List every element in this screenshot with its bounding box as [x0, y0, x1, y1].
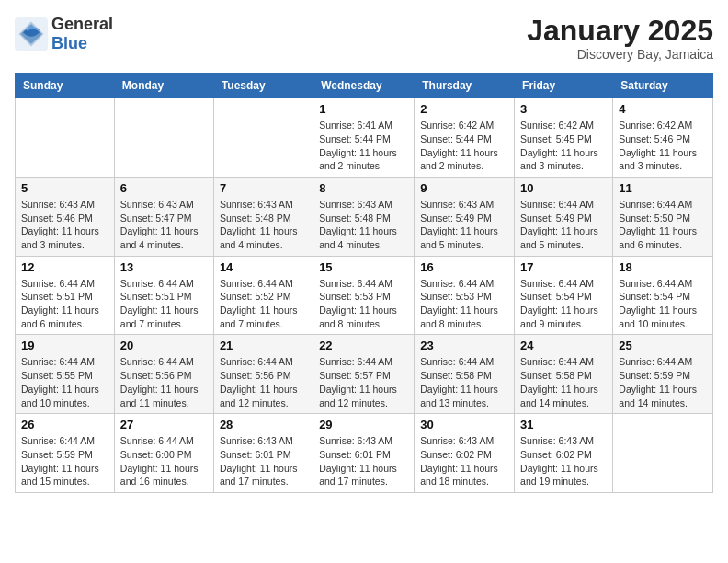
- header-friday: Friday: [515, 74, 613, 98]
- calendar-cell: 1Sunrise: 6:41 AMSunset: 5:44 PMDaylight…: [313, 98, 415, 178]
- day-number: 20: [120, 339, 208, 352]
- calendar-cell: 27Sunrise: 6:44 AMSunset: 6:00 PMDayligh…: [114, 414, 213, 493]
- day-info: Sunrise: 6:43 AMSunset: 5:48 PMDaylight:…: [220, 198, 307, 252]
- day-number: 3: [520, 102, 607, 116]
- calendar-cell: [613, 414, 713, 493]
- day-number: 25: [619, 339, 707, 352]
- calendar-cell: 18Sunrise: 6:44 AMSunset: 5:54 PMDayligh…: [613, 256, 713, 335]
- calendar-cell: 21Sunrise: 6:44 AMSunset: 5:56 PMDayligh…: [213, 335, 313, 414]
- day-info: Sunrise: 6:44 AMSunset: 5:59 PMDaylight:…: [21, 434, 108, 488]
- day-number: 17: [520, 260, 607, 274]
- day-number: 11: [619, 181, 707, 195]
- calendar-cell: 23Sunrise: 6:44 AMSunset: 5:58 PMDayligh…: [415, 335, 515, 414]
- day-number: 12: [21, 260, 108, 274]
- calendar-cell: 30Sunrise: 6:43 AMSunset: 6:02 PMDayligh…: [415, 414, 515, 493]
- calendar-cell: 12Sunrise: 6:44 AMSunset: 5:51 PMDayligh…: [16, 256, 115, 335]
- day-info: Sunrise: 6:43 AMSunset: 6:01 PMDaylight:…: [220, 434, 307, 488]
- day-info: Sunrise: 6:44 AMSunset: 5:55 PMDaylight:…: [21, 355, 108, 409]
- day-info: Sunrise: 6:44 AMSunset: 5:51 PMDaylight:…: [21, 277, 108, 331]
- calendar-cell: 29Sunrise: 6:43 AMSunset: 6:01 PMDayligh…: [313, 414, 415, 493]
- calendar-cell: 20Sunrise: 6:44 AMSunset: 5:56 PMDayligh…: [114, 335, 213, 414]
- day-info: Sunrise: 6:42 AMSunset: 5:44 PMDaylight:…: [420, 119, 508, 173]
- day-number: 1: [319, 102, 408, 116]
- day-info: Sunrise: 6:42 AMSunset: 5:45 PMDaylight:…: [520, 119, 607, 173]
- header-monday: Monday: [114, 74, 213, 98]
- calendar-cell: 3Sunrise: 6:42 AMSunset: 5:45 PMDaylight…: [515, 98, 613, 178]
- calendar-cell: 19Sunrise: 6:44 AMSunset: 5:55 PMDayligh…: [16, 335, 115, 414]
- page-header: General Blue January 2025 Discovery Bay,…: [15, 15, 713, 62]
- month-title: January 2025: [527, 15, 713, 47]
- calendar-week-3: 12Sunrise: 6:44 AMSunset: 5:51 PMDayligh…: [16, 256, 713, 335]
- calendar-cell: 26Sunrise: 6:44 AMSunset: 5:59 PMDayligh…: [16, 414, 115, 493]
- day-number: 26: [21, 418, 108, 431]
- day-info: Sunrise: 6:44 AMSunset: 5:59 PMDaylight:…: [619, 355, 707, 409]
- calendar-cell: 8Sunrise: 6:43 AMSunset: 5:48 PMDaylight…: [313, 177, 415, 256]
- day-number: 30: [420, 418, 508, 431]
- header-saturday: Saturday: [613, 74, 713, 98]
- calendar-week-1: 1Sunrise: 6:41 AMSunset: 5:44 PMDaylight…: [16, 98, 713, 178]
- calendar-cell: 5Sunrise: 6:43 AMSunset: 5:46 PMDaylight…: [16, 177, 115, 256]
- calendar-cell: 9Sunrise: 6:43 AMSunset: 5:49 PMDaylight…: [415, 177, 515, 256]
- header-wednesday: Wednesday: [313, 74, 415, 98]
- day-info: Sunrise: 6:44 AMSunset: 5:51 PMDaylight:…: [120, 277, 208, 331]
- logo-blue: Blue: [51, 34, 87, 52]
- day-number: 21: [220, 339, 307, 352]
- calendar-cell: 25Sunrise: 6:44 AMSunset: 5:59 PMDayligh…: [613, 335, 713, 414]
- day-number: 6: [120, 181, 208, 195]
- calendar-week-4: 19Sunrise: 6:44 AMSunset: 5:55 PMDayligh…: [16, 335, 713, 414]
- calendar-cell: 14Sunrise: 6:44 AMSunset: 5:52 PMDayligh…: [213, 256, 313, 335]
- day-number: 19: [21, 339, 108, 352]
- calendar-cell: 13Sunrise: 6:44 AMSunset: 5:51 PMDayligh…: [114, 256, 213, 335]
- calendar-cell: 6Sunrise: 6:43 AMSunset: 5:47 PMDaylight…: [114, 177, 213, 256]
- day-info: Sunrise: 6:43 AMSunset: 5:46 PMDaylight:…: [21, 198, 108, 252]
- day-info: Sunrise: 6:44 AMSunset: 5:54 PMDaylight:…: [619, 277, 707, 331]
- title-block: January 2025 Discovery Bay, Jamaica: [527, 15, 713, 62]
- calendar-cell: 24Sunrise: 6:44 AMSunset: 5:58 PMDayligh…: [515, 335, 613, 414]
- calendar-cell: 15Sunrise: 6:44 AMSunset: 5:53 PMDayligh…: [313, 256, 415, 335]
- day-info: Sunrise: 6:44 AMSunset: 5:56 PMDaylight:…: [220, 355, 307, 409]
- calendar-cell: 11Sunrise: 6:44 AMSunset: 5:50 PMDayligh…: [613, 177, 713, 256]
- logo: General Blue: [15, 15, 113, 53]
- day-info: Sunrise: 6:43 AMSunset: 6:02 PMDaylight:…: [420, 434, 508, 488]
- location-title: Discovery Bay, Jamaica: [527, 47, 713, 62]
- day-info: Sunrise: 6:44 AMSunset: 6:00 PMDaylight:…: [120, 434, 208, 488]
- calendar-cell: [16, 98, 115, 178]
- calendar-cell: 17Sunrise: 6:44 AMSunset: 5:54 PMDayligh…: [515, 256, 613, 335]
- day-info: Sunrise: 6:42 AMSunset: 5:46 PMDaylight:…: [619, 119, 707, 173]
- day-number: 10: [520, 181, 607, 195]
- day-info: Sunrise: 6:43 AMSunset: 6:02 PMDaylight:…: [520, 434, 607, 488]
- calendar-table: Sunday Monday Tuesday Wednesday Thursday…: [15, 73, 713, 493]
- calendar-cell: 28Sunrise: 6:43 AMSunset: 6:01 PMDayligh…: [213, 414, 313, 493]
- day-info: Sunrise: 6:44 AMSunset: 5:53 PMDaylight:…: [319, 277, 408, 331]
- calendar-cell: [114, 98, 213, 178]
- day-info: Sunrise: 6:41 AMSunset: 5:44 PMDaylight:…: [319, 119, 408, 173]
- day-number: 28: [220, 418, 307, 431]
- calendar-week-2: 5Sunrise: 6:43 AMSunset: 5:46 PMDaylight…: [16, 177, 713, 256]
- day-info: Sunrise: 6:44 AMSunset: 5:56 PMDaylight:…: [120, 355, 208, 409]
- day-info: Sunrise: 6:43 AMSunset: 5:48 PMDaylight:…: [319, 198, 408, 252]
- header-sunday: Sunday: [16, 74, 115, 98]
- day-info: Sunrise: 6:44 AMSunset: 5:58 PMDaylight:…: [420, 355, 508, 409]
- day-number: 2: [420, 102, 508, 116]
- calendar-cell: 16Sunrise: 6:44 AMSunset: 5:53 PMDayligh…: [415, 256, 515, 335]
- calendar-header-row: Sunday Monday Tuesday Wednesday Thursday…: [16, 74, 713, 98]
- day-info: Sunrise: 6:44 AMSunset: 5:53 PMDaylight:…: [420, 277, 508, 331]
- calendar-cell: 2Sunrise: 6:42 AMSunset: 5:44 PMDaylight…: [415, 98, 515, 178]
- logo-general: General: [51, 15, 113, 33]
- calendar-cell: 7Sunrise: 6:43 AMSunset: 5:48 PMDaylight…: [213, 177, 313, 256]
- day-number: 14: [220, 260, 307, 274]
- calendar-cell: 4Sunrise: 6:42 AMSunset: 5:46 PMDaylight…: [613, 98, 713, 178]
- calendar-cell: 10Sunrise: 6:44 AMSunset: 5:49 PMDayligh…: [515, 177, 613, 256]
- header-thursday: Thursday: [415, 74, 515, 98]
- day-number: 18: [619, 260, 707, 274]
- day-number: 31: [520, 418, 607, 431]
- day-number: 16: [420, 260, 508, 274]
- day-number: 4: [619, 102, 707, 116]
- day-number: 23: [420, 339, 508, 352]
- day-number: 9: [420, 181, 508, 195]
- day-info: Sunrise: 6:43 AMSunset: 5:47 PMDaylight:…: [120, 198, 208, 252]
- day-number: 27: [120, 418, 208, 431]
- day-number: 13: [120, 260, 208, 274]
- calendar-week-5: 26Sunrise: 6:44 AMSunset: 5:59 PMDayligh…: [16, 414, 713, 493]
- day-info: Sunrise: 6:43 AMSunset: 5:49 PMDaylight:…: [420, 198, 508, 252]
